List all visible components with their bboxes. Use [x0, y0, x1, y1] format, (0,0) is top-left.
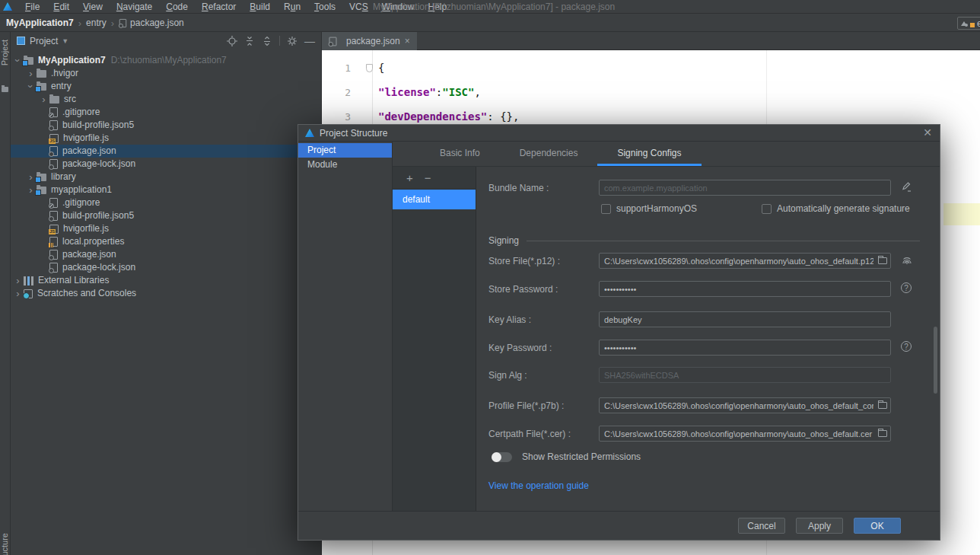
menu-file[interactable]: File	[18, 2, 46, 12]
show-restricted-toggle[interactable]	[492, 452, 512, 462]
tree-item-hvigorfile-js[interactable]: hvigorfile.js	[11, 132, 321, 145]
menu-navigate[interactable]: Navigate	[110, 2, 159, 12]
tree-item-package-json[interactable]: package.json	[11, 145, 321, 158]
dialog-nav-project[interactable]: Project	[298, 143, 392, 158]
menu-refactor[interactable]: Refactor	[195, 2, 243, 12]
help-icon[interactable]: ?	[901, 282, 912, 293]
hide-panel-icon[interactable]: —	[304, 37, 315, 45]
tab-signing-configs[interactable]: Signing Configs	[597, 142, 701, 166]
breadcrumb-file[interactable]: package.json	[130, 18, 184, 28]
fold-marker-icon[interactable]	[366, 64, 373, 72]
menu-vcs[interactable]: VCS	[342, 2, 375, 12]
key-password-input[interactable]	[599, 340, 891, 356]
tree-item-external-libraries[interactable]: ›External Libraries	[11, 274, 321, 287]
config-item-default[interactable]: default	[393, 190, 476, 209]
browse-folder-icon[interactable]	[878, 257, 887, 264]
file-json-icon	[49, 159, 58, 169]
store-password-input[interactable]	[599, 281, 891, 297]
tree-item-library[interactable]: ›library	[11, 171, 321, 183]
profile-file-label: Profile File(*.p7b) :	[488, 400, 564, 411]
breadcrumb-project[interactable]: MyApplication7	[6, 18, 74, 28]
ok-button[interactable]: OK	[854, 518, 901, 534]
run-config-selector[interactable]: en	[957, 17, 980, 30]
tree-item-build-profile-json5[interactable]: build-profile.json5	[11, 119, 321, 132]
support-harmonyos-option[interactable]: supportHarmonyOS	[601, 203, 697, 214]
dialog-scrollbar[interactable]	[934, 327, 937, 394]
dialog-title-bar: Project Structure ✕	[298, 125, 940, 142]
file-gitignore-icon	[49, 198, 58, 208]
tree-item-package-lock-json[interactable]: package-lock.json	[11, 261, 321, 274]
operation-guide-link[interactable]: View the operation guide	[488, 480, 589, 491]
help-icon[interactable]: ?	[901, 341, 912, 352]
menu-code[interactable]: Code	[159, 2, 195, 12]
certpath-file-input[interactable]	[599, 426, 891, 442]
project-structure-dialog: Project Structure ✕ ProjectModule Basic …	[298, 124, 940, 541]
tool-window-project-label[interactable]: Project	[0, 40, 9, 65]
tree-item-src[interactable]: ›src	[11, 93, 321, 106]
tree-item-gitignore[interactable]: .gitignore	[11, 196, 321, 209]
show-restricted-label: Show Restricted Permissions	[522, 451, 641, 462]
tree-item-gitignore[interactable]: .gitignore	[11, 106, 321, 119]
tree-item-package-lock-json[interactable]: package-lock.json	[11, 158, 321, 171]
support-harmonyos-checkbox[interactable]	[601, 204, 611, 214]
project-panel-title[interactable]: Project	[30, 36, 58, 46]
tree-item-myapplication7[interactable]: ›MyApplication7D:\zhuomian\MyApplication…	[11, 54, 321, 67]
code-token: "devDependencies"	[378, 110, 487, 123]
code-line[interactable]: 2"license": "ISC",	[322, 84, 980, 100]
chevron-closed-icon[interactable]: ›	[25, 67, 37, 80]
auto-signature-checkbox[interactable]	[762, 204, 772, 214]
add-config-button[interactable]: +	[406, 171, 413, 184]
tree-item-entry[interactable]: ›entry	[11, 80, 321, 93]
dialog-nav-module[interactable]: Module	[298, 158, 392, 172]
apply-button[interactable]: Apply	[796, 518, 843, 534]
fingerprint-icon[interactable]	[901, 254, 913, 269]
chevron-down-icon[interactable]: ▼	[62, 37, 68, 45]
close-icon[interactable]: ✕	[923, 126, 932, 139]
auto-signature-option[interactable]: Automatically generate signature	[762, 203, 910, 214]
browse-folder-icon[interactable]	[878, 402, 887, 409]
tree-item-label: src	[64, 93, 76, 106]
menu-build[interactable]: Build	[243, 2, 277, 12]
key-alias-input[interactable]	[599, 311, 891, 327]
tree-item-scratches-and-consoles[interactable]: ›Scratches and Consoles	[11, 287, 321, 300]
menu-tools[interactable]: Tools	[307, 2, 342, 12]
window-title: MyApplication [D:\zhuomian\MyApplication…	[373, 2, 615, 12]
store-file-input[interactable]	[599, 253, 891, 269]
code-line[interactable]: 1{	[322, 59, 980, 76]
tab-basic-info[interactable]: Basic Info	[420, 142, 500, 166]
tree-item-label: local.properties	[62, 235, 124, 248]
dialog-tabs: Basic InfoDependenciesSigning Configs	[393, 142, 940, 167]
menu-edit[interactable]: Edit	[46, 2, 76, 12]
remove-config-button[interactable]: −	[425, 171, 431, 184]
close-tab-icon[interactable]: ×	[405, 36, 410, 46]
edit-pencil-icon[interactable]	[901, 181, 912, 195]
menu-run[interactable]: Run	[277, 2, 307, 12]
line-number: 3	[322, 111, 360, 123]
tool-window-structure-label[interactable]: Structure	[0, 533, 9, 555]
tab-package-json[interactable]: package.json ×	[322, 32, 417, 50]
tree-item-hvigorfile-js[interactable]: hvigorfile.js	[11, 222, 321, 235]
menu-view[interactable]: View	[76, 2, 110, 12]
collapse-all-icon[interactable]	[262, 36, 272, 46]
json-file-icon	[119, 18, 126, 27]
tree-item-local-properties[interactable]: local.properties	[11, 235, 321, 248]
tree-item-build-profile-json5[interactable]: build-profile.json5	[11, 209, 321, 222]
locate-file-icon[interactable]	[227, 36, 237, 46]
tree-item-hvigor[interactable]: ›.hvigor	[11, 67, 321, 80]
chevron-closed-icon[interactable]: ›	[12, 274, 24, 287]
bundle-name-input[interactable]	[599, 180, 891, 196]
browse-folder-icon[interactable]	[878, 430, 887, 437]
profile-file-input[interactable]	[599, 397, 891, 413]
tab-dependencies[interactable]: Dependencies	[500, 142, 598, 166]
chevron-closed-icon[interactable]: ›	[12, 287, 24, 300]
code-line[interactable]: 3"devDependencies": {},	[322, 108, 980, 125]
tree-item-myapplication1[interactable]: ›myapplication1	[11, 183, 321, 196]
config-list-toolbar: + −	[393, 167, 476, 190]
tree-item-package-json[interactable]: package.json	[11, 248, 321, 261]
gear-icon[interactable]	[287, 36, 298, 46]
breadcrumb-module[interactable]: entry	[86, 18, 107, 28]
cancel-button[interactable]: Cancel	[738, 518, 785, 534]
chevron-closed-icon[interactable]: ›	[38, 93, 49, 106]
expand-all-icon[interactable]	[244, 36, 255, 46]
module-folder-icon	[37, 187, 46, 194]
